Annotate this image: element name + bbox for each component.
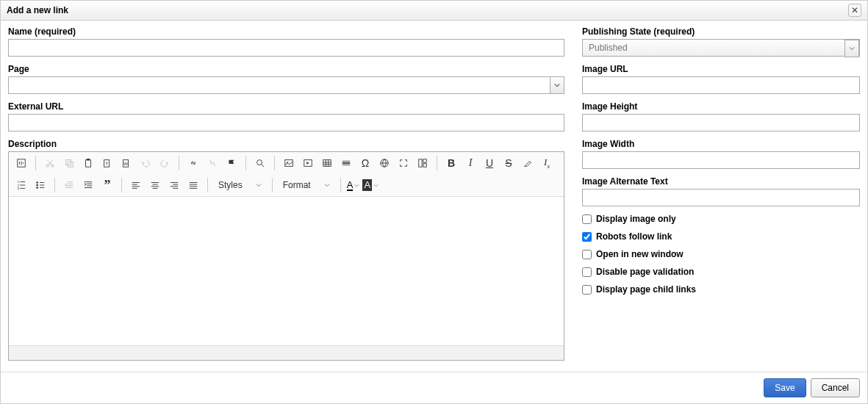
align-right-icon: [169, 180, 179, 190]
format-dropdown[interactable]: Format: [279, 177, 334, 193]
description-field: Description T W: [8, 139, 564, 366]
dialog: Add a new link ✕ Name (required) Page: [0, 0, 868, 404]
link-button[interactable]: [185, 155, 201, 171]
display-child-links-checkbox[interactable]: [582, 285, 592, 295]
external-url-field: External URL: [8, 101, 564, 131]
publishing-state-dropdown-button[interactable]: [844, 40, 859, 57]
publishing-state-field: Publishing State (required) Published: [582, 26, 860, 57]
unlink-icon: [207, 158, 218, 168]
name-input[interactable]: [8, 39, 564, 57]
outdent-icon: [64, 180, 74, 190]
showblocks-button[interactable]: [415, 155, 431, 171]
save-button[interactable]: Save: [764, 378, 806, 397]
image-alt-label: Image Alternate Text: [582, 176, 860, 187]
robots-follow-checkbox[interactable]: [582, 232, 592, 242]
paste-text-icon: T: [102, 158, 112, 168]
display-child-links-label[interactable]: Display page child links: [596, 284, 696, 295]
chevron-down-icon: [324, 182, 330, 188]
specialchar-button[interactable]: Ω: [357, 155, 373, 171]
cut-icon: [45, 158, 55, 168]
robots-follow-label[interactable]: Robots follow link: [596, 231, 672, 242]
find-button[interactable]: [252, 155, 268, 171]
external-url-label: External URL: [8, 101, 564, 112]
align-left-button[interactable]: [128, 177, 144, 193]
open-new-window-label[interactable]: Open in new window: [596, 249, 684, 259]
iframe-button[interactable]: [376, 155, 392, 171]
paste-word-button[interactable]: W: [118, 155, 134, 171]
paste-button[interactable]: [80, 155, 96, 171]
publishing-state-select[interactable]: Published: [582, 39, 860, 57]
page-select[interactable]: [8, 76, 564, 94]
dialog-titlebar: Add a new link ✕: [1, 1, 867, 21]
undo-button[interactable]: [137, 155, 154, 171]
align-left-icon: [131, 180, 141, 190]
cut-button[interactable]: [42, 155, 58, 171]
underline-button[interactable]: U: [481, 155, 498, 171]
image-width-input[interactable]: [582, 151, 860, 169]
svg-rect-17: [419, 159, 422, 167]
paste-text-button[interactable]: T: [99, 155, 115, 171]
styles-dropdown[interactable]: Styles: [214, 177, 266, 193]
showblocks-icon: [417, 158, 428, 168]
removeformat-button[interactable]: Ix: [539, 155, 555, 171]
text-color-button[interactable]: A: [347, 177, 360, 193]
open-new-window-checkbox[interactable]: [582, 250, 592, 259]
unlink-button[interactable]: [204, 155, 220, 171]
source-button[interactable]: [13, 155, 29, 171]
blockquote-button[interactable]: ”: [99, 177, 115, 193]
chevron-down-icon: [554, 82, 560, 88]
close-button[interactable]: ✕: [848, 4, 861, 17]
table-button[interactable]: [319, 155, 335, 171]
page-dropdown-button[interactable]: [550, 76, 564, 94]
display-image-only-checkbox[interactable]: [582, 214, 592, 224]
publishing-state-value: Published: [583, 40, 844, 56]
copy-button[interactable]: [61, 155, 77, 171]
image-width-field: Image Width: [582, 139, 860, 169]
image-height-input[interactable]: [582, 114, 860, 131]
text-color-icon: A: [347, 180, 354, 191]
image-url-input[interactable]: [582, 76, 860, 94]
image-height-label: Image Height: [582, 101, 860, 112]
svg-point-24: [36, 184, 38, 187]
hr-button[interactable]: [338, 155, 354, 171]
svg-rect-5: [86, 160, 91, 167]
open-new-window-row: Open in new window: [582, 249, 860, 259]
anchor-button[interactable]: [223, 155, 240, 171]
embed-icon: [303, 158, 313, 168]
image-height-field: Image Height: [582, 101, 860, 131]
image-alt-input[interactable]: [582, 189, 860, 206]
external-url-input[interactable]: [8, 114, 564, 131]
redo-button[interactable]: [157, 155, 173, 171]
page-input[interactable]: [8, 76, 550, 94]
display-child-links-row: Display page child links: [582, 284, 860, 295]
strike-icon: S: [505, 157, 512, 169]
svg-text:W: W: [123, 161, 128, 166]
paste-icon: [83, 158, 93, 168]
highlight-button[interactable]: [520, 155, 536, 171]
display-image-only-label[interactable]: Display image only: [596, 214, 676, 224]
cancel-button[interactable]: Cancel: [811, 378, 860, 397]
image-button[interactable]: [281, 155, 297, 171]
align-right-button[interactable]: [166, 177, 182, 193]
indent-button[interactable]: [80, 177, 96, 193]
align-center-icon: [150, 180, 160, 190]
maximize-button[interactable]: [395, 155, 412, 171]
bulletlist-button[interactable]: [32, 177, 49, 193]
right-column: Publishing State (required) Published Im…: [582, 26, 860, 366]
align-center-button[interactable]: [147, 177, 163, 193]
italic-button[interactable]: I: [462, 155, 478, 171]
align-justify-button[interactable]: [185, 177, 201, 193]
svg-point-25: [36, 187, 38, 189]
editor-content-area[interactable]: [9, 197, 564, 345]
image-icon: [284, 158, 294, 168]
bg-color-button[interactable]: A: [362, 177, 379, 193]
disable-validation-row: Disable page validation: [582, 267, 860, 277]
embed-button[interactable]: [300, 155, 316, 171]
outdent-button[interactable]: [61, 177, 77, 193]
svg-rect-19: [423, 164, 426, 167]
bold-button[interactable]: B: [443, 155, 459, 171]
disable-validation-checkbox[interactable]: [582, 267, 592, 277]
disable-validation-label[interactable]: Disable page validation: [596, 267, 694, 277]
strike-button[interactable]: S: [501, 155, 517, 171]
numberlist-button[interactable]: 123: [13, 177, 29, 193]
